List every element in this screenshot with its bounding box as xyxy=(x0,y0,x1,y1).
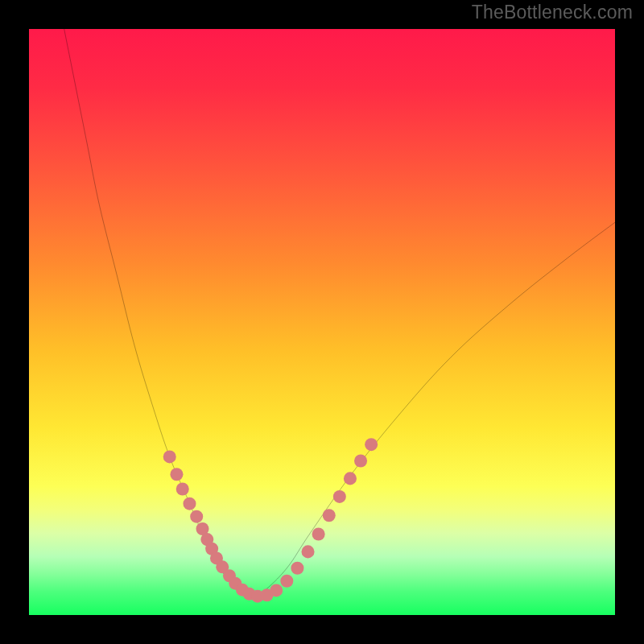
dot xyxy=(176,482,189,495)
chart-frame: TheBottleneck.com xyxy=(0,0,644,644)
dot xyxy=(354,455,367,468)
dot xyxy=(333,490,346,503)
dot xyxy=(163,450,176,463)
dot xyxy=(302,545,315,558)
curve-layer xyxy=(29,29,615,615)
dot xyxy=(270,584,283,597)
plot-area xyxy=(29,29,615,615)
dot xyxy=(291,562,303,575)
dot xyxy=(183,497,196,510)
dot xyxy=(280,575,293,588)
dot xyxy=(312,528,325,541)
dot xyxy=(170,468,183,481)
watermark-text: TheBottleneck.com xyxy=(472,2,633,23)
bottleneck-curve xyxy=(64,29,615,597)
dot xyxy=(365,438,378,451)
highlight-dots xyxy=(163,438,378,603)
dot xyxy=(323,509,336,522)
dot xyxy=(344,472,357,485)
dot xyxy=(190,510,203,523)
